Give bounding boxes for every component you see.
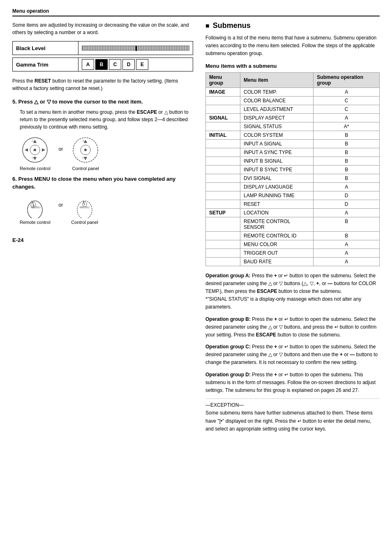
table-cell-group bbox=[206, 257, 240, 266]
gamma-btn-e[interactable]: E bbox=[136, 59, 148, 70]
table-cell-group bbox=[206, 240, 240, 249]
table-cell-group: SETUP bbox=[206, 208, 240, 217]
remote-label2: Remote control bbox=[20, 220, 51, 225]
op-group-a: Operation group A: Press the + or ↵ butt… bbox=[205, 272, 380, 311]
table-cell-item: INPUT B SYNC TYPE bbox=[240, 165, 314, 174]
table-cell-item: DISPLAY ASPECT bbox=[240, 113, 314, 122]
step5: 5. Press △ or ▽ to move the cursor to th… bbox=[12, 98, 193, 171]
remote-control-icon: + △ ▽ bbox=[21, 136, 49, 164]
step5-diagrams: + △ ▽ Remote control or △ ▽ bbox=[20, 136, 193, 171]
step6-heading: 6. Press MENU to close the menu when you… bbox=[12, 175, 193, 191]
table-cell-op: B bbox=[314, 131, 380, 139]
black-level-slider[interactable] bbox=[78, 41, 193, 55]
or-text-2: or bbox=[59, 202, 63, 208]
table-cell-group bbox=[206, 122, 240, 131]
or-text-1: or bbox=[59, 146, 63, 152]
op-group-c: Operation group C: Press the + or ↵ butt… bbox=[205, 343, 380, 367]
table-row: INPUT A SYNC TYPEB bbox=[206, 148, 380, 157]
page-footer: E-24 bbox=[12, 237, 193, 243]
remote-diagram2: MENU Remote control bbox=[20, 193, 51, 225]
table-cell-group: INITIAL bbox=[206, 131, 240, 139]
table-cell-op: B bbox=[314, 231, 380, 240]
table-row: SIGNAL STATUSA* bbox=[206, 122, 380, 131]
table-cell-group bbox=[206, 96, 240, 105]
control-panel-icon: △ ▽ bbox=[71, 136, 100, 164]
table-row: INPUT B SYNC TYPEB bbox=[206, 165, 380, 174]
table-cell-group bbox=[206, 249, 240, 257]
step5-number: 5. bbox=[12, 99, 17, 105]
intro-text: Some items are adjusted by increasing or… bbox=[12, 21, 193, 36]
control-panel-icon2: MENU bbox=[72, 193, 97, 218]
table-cell-group bbox=[206, 174, 240, 182]
gamma-btn-c[interactable]: C bbox=[109, 59, 121, 70]
table-cell-item: REMOTE CONTROL ID bbox=[240, 231, 314, 240]
table-cell-item: TRIGGER OUT bbox=[240, 249, 314, 257]
table-cell-op: B bbox=[314, 157, 380, 165]
table-cell-group bbox=[206, 191, 240, 200]
table-cell-item: RESET bbox=[240, 200, 314, 208]
step6-diagrams: MENU Remote control or MENU Con bbox=[20, 193, 193, 225]
table-cell-item: INPUT A SIGNAL bbox=[240, 139, 314, 148]
table-cell-item: LEVEL ADJUSTMENT bbox=[240, 105, 314, 113]
slider-track bbox=[82, 46, 189, 51]
table-cell-group bbox=[206, 148, 240, 157]
table-cell-op: B bbox=[314, 165, 380, 174]
table-cell-op: A* bbox=[314, 122, 380, 131]
table-cell-op: A bbox=[314, 88, 380, 96]
gamma-trim-label: Gamma Trim bbox=[13, 58, 78, 71]
table-cell-op: A bbox=[314, 257, 380, 266]
table-cell-op: C bbox=[314, 96, 380, 105]
table-cell-op: B bbox=[314, 217, 380, 231]
table-cell-item: INPUT B SIGNAL bbox=[240, 157, 314, 165]
svg-marker-13 bbox=[84, 140, 87, 143]
table-cell-group: SIGNAL bbox=[206, 113, 240, 122]
table-cell-op: B bbox=[314, 148, 380, 157]
table-cell-op: A bbox=[314, 208, 380, 217]
svg-marker-3 bbox=[33, 140, 37, 143]
table-row: INPUT A SIGNALB bbox=[206, 139, 380, 148]
svg-marker-5 bbox=[25, 148, 28, 152]
table-cell-item: INPUT A SYNC TYPE bbox=[240, 148, 314, 157]
step5-body: To set a menu item in another menu group… bbox=[20, 108, 193, 131]
table-cell-item: COLOR BALANCE bbox=[240, 96, 314, 105]
page-header: Menu operation bbox=[12, 8, 380, 16]
section-intro: Following is a list of the menu items th… bbox=[205, 34, 380, 58]
section-title: Submenus bbox=[205, 21, 380, 30]
table-row: LAMP RUNNING TIMED bbox=[206, 191, 380, 200]
svg-text:MENU: MENU bbox=[80, 205, 90, 209]
header-title: Menu operation bbox=[12, 8, 49, 14]
svg-text:△: △ bbox=[32, 139, 34, 142]
gamma-btn-a[interactable]: A bbox=[82, 59, 94, 70]
table-cell-op: A bbox=[314, 249, 380, 257]
step5-heading: 5. Press △ or ▽ to move the cursor to th… bbox=[12, 98, 193, 106]
step6-number: 6. bbox=[12, 176, 17, 182]
table-row: REMOTE CONTROL SENSORB bbox=[206, 217, 380, 231]
control-panel-diagram2: MENU Control panel bbox=[71, 193, 98, 225]
svg-marker-6 bbox=[42, 148, 45, 152]
table-row: INPUT B SIGNALB bbox=[206, 157, 380, 165]
black-level-label: Black Level bbox=[13, 41, 78, 55]
col-menu-group: Menu group bbox=[206, 72, 240, 88]
table-cell-group bbox=[206, 200, 240, 208]
svg-point-17 bbox=[28, 201, 42, 218]
gamma-btn-d[interactable]: D bbox=[122, 59, 135, 70]
table-row: BAUD RATEA bbox=[206, 257, 380, 266]
control-panel-label: Control panel bbox=[72, 166, 99, 171]
table-cell-group bbox=[206, 157, 240, 165]
svg-text:△: △ bbox=[82, 139, 85, 142]
table-row: INITIALCOLOR SYSTEMB bbox=[206, 131, 380, 139]
table-row: REMOTE CONTROL IDB bbox=[206, 231, 380, 240]
table-cell-item: LOCATION bbox=[240, 208, 314, 217]
svg-text:+: + bbox=[33, 148, 35, 152]
exception-header: —EXCEPTION— bbox=[205, 402, 244, 408]
table-cell-item: COLOR SYSTEM bbox=[240, 131, 314, 139]
control-panel-label2: Control panel bbox=[71, 220, 98, 225]
gamma-btn-b[interactable]: B bbox=[95, 59, 108, 70]
table-cell-item: SIGNAL STATUS bbox=[240, 122, 314, 131]
op-group-b: Operation group B: Press the + or ↵ butt… bbox=[205, 315, 380, 339]
step6: 6. Press MENU to close the menu when you… bbox=[12, 175, 193, 225]
table-row: COLOR BALANCEC bbox=[206, 96, 380, 105]
table-cell-item: MENU COLOR bbox=[240, 240, 314, 249]
table-cell-item: DVI SIGNAL bbox=[240, 174, 314, 182]
table-cell-op: A bbox=[314, 113, 380, 122]
